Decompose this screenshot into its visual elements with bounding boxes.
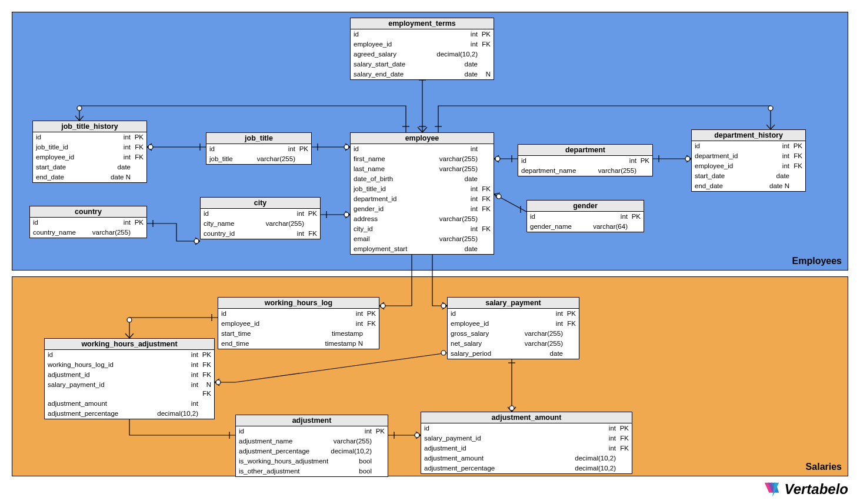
vertabelo-logo: Vertabelo — [764, 480, 848, 498]
table-title: department — [518, 145, 652, 156]
table-title: employee — [351, 133, 494, 144]
er-diagram-canvas: Employees Salaries — [0, 0, 860, 504]
table-adjustment[interactable]: adjustment idintPK adjustment_namevarcha… — [235, 415, 388, 477]
table-country[interactable]: country idintPK country_namevarchar(255) — [29, 206, 147, 238]
table-title: department_history — [692, 130, 805, 141]
table-title: working_hours_log — [218, 298, 379, 309]
table-job-title-history[interactable]: job_title_history idintPK job_title_idin… — [32, 121, 147, 183]
table-working-hours-log[interactable]: working_hours_log idintPK employee_idint… — [218, 297, 379, 349]
subject-area-employees-label: Employees — [792, 256, 842, 266]
table-employment-terms[interactable]: employment_terms idintPK employee_idintF… — [350, 18, 494, 80]
table-title: gender — [527, 201, 644, 212]
table-title: adjustment_amount — [421, 412, 632, 423]
table-title: working_hours_adjustment — [45, 339, 214, 350]
table-title: country — [30, 206, 146, 218]
table-title: job_title — [206, 133, 311, 144]
table-employee[interactable]: employee idint first_namevarchar(255) la… — [350, 132, 494, 255]
table-title: job_title_history — [33, 121, 146, 132]
table-title: city — [201, 198, 320, 209]
table-title: salary_payment — [448, 298, 579, 309]
vertabelo-logo-icon — [764, 480, 781, 498]
table-job-title[interactable]: job_title idintPK job_titlevarchar(255) — [206, 132, 312, 165]
table-city[interactable]: city idintPK city_namevarchar(255) count… — [200, 197, 321, 239]
table-working-hours-adjustment[interactable]: working_hours_adjustment idintPK working… — [44, 338, 215, 419]
table-title: adjustment — [236, 415, 388, 426]
table-department[interactable]: department idintPK department_namevarcha… — [518, 144, 653, 176]
subject-area-salaries-label: Salaries — [806, 462, 842, 472]
table-department-history[interactable]: department_history idintPK department_id… — [691, 129, 806, 192]
vertabelo-logo-text: Vertabelo — [785, 481, 848, 498]
table-salary-payment[interactable]: salary_payment idintPK employee_idintFK … — [447, 297, 579, 359]
table-adjustment-amount[interactable]: adjustment_amount idintPK salary_payment… — [421, 412, 632, 474]
table-gender[interactable]: gender idintPK gender_namevarchar(64) — [526, 200, 644, 232]
table-title: employment_terms — [351, 18, 494, 29]
